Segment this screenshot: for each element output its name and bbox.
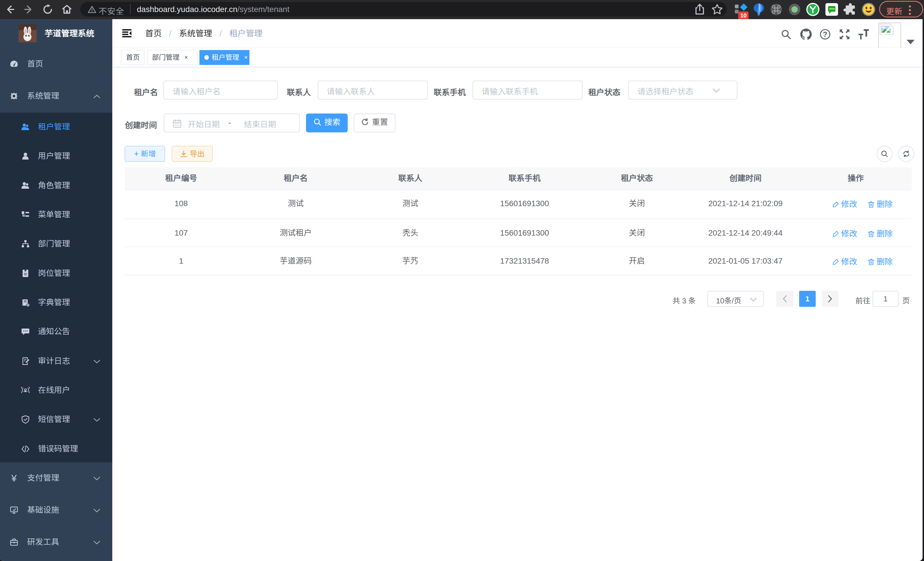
- svg-text:¥: ¥: [11, 474, 17, 482]
- svg-text:10: 10: [740, 12, 747, 19]
- svg-text:?: ?: [823, 30, 827, 38]
